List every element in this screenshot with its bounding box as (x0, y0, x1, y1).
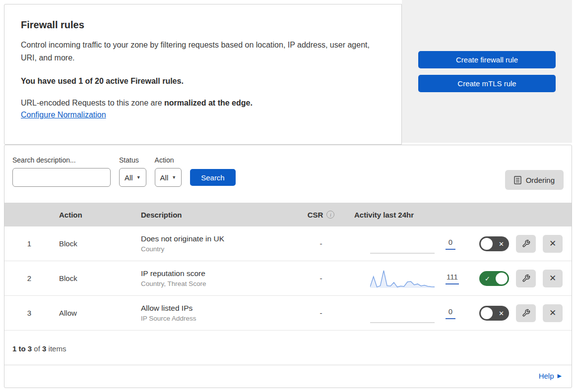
wrench-icon (522, 239, 530, 248)
rules-card: Search description... Status All ▼ Actio… (4, 145, 572, 388)
rule-description-cell: Allow listed IPs IP Source Address (141, 304, 294, 322)
rule-fields: Country (141, 245, 294, 253)
edit-rule-button[interactable] (516, 304, 536, 322)
status-filter-group: Status All ▼ (119, 156, 146, 187)
pagination-items: items (46, 344, 66, 353)
rule-enable-toggle[interactable]: ✓ ✕ (479, 236, 509, 251)
help-link[interactable]: Help ▶ (539, 372, 562, 380)
chevron-down-icon: ▼ (136, 175, 141, 180)
wrench-icon (522, 309, 530, 317)
action-select[interactable]: All ▼ (155, 168, 182, 187)
rule-description: IP reputation score (141, 269, 294, 278)
rule-controls: ✓ ✕ ✕ (477, 270, 572, 287)
search-group: Search description... (12, 156, 111, 187)
edit-rule-button[interactable] (516, 235, 536, 253)
table-row: 2 Block IP reputation score Country, Thr… (4, 261, 572, 296)
status-selected-value: All (125, 173, 133, 182)
arrow-right-icon: ▶ (558, 373, 562, 379)
intro-card: Firewall rules Control incoming traffic … (4, 4, 402, 145)
search-box (12, 168, 111, 187)
help-label: Help (539, 372, 554, 380)
ordering-button-label: Ordering (526, 176, 555, 184)
create-mtls-rule-button[interactable]: Create mTLS rule (418, 75, 556, 92)
rule-action: Block (54, 274, 141, 282)
status-label: Status (119, 156, 146, 164)
rule-description-cell: IP reputation score Country, Threat Scor… (141, 269, 294, 287)
ordering-button[interactable]: Ordering (505, 170, 564, 190)
rule-controls: ✓ ✕ ✕ (477, 235, 572, 253)
filter-bar: Search description... Status All ▼ Actio… (4, 145, 572, 203)
delete-rule-button[interactable]: ✕ (543, 304, 563, 322)
action-filter-group: Action All ▼ (155, 156, 182, 187)
rule-fields: Country, Threat Score (141, 280, 294, 287)
header-csr: CSR i (294, 211, 348, 219)
rule-controls: ✓ ✕ ✕ (477, 304, 572, 322)
activity-count-link[interactable]: 0 (446, 238, 455, 250)
rule-csr: - (294, 309, 348, 317)
action-selected-value: All (160, 173, 169, 182)
delete-rule-button[interactable]: ✕ (543, 235, 563, 253)
cross-icon: ✕ (499, 309, 504, 317)
activity-sparkline (370, 302, 435, 324)
create-firewall-rule-button[interactable]: Create firewall rule (418, 51, 556, 68)
edit-rule-button[interactable] (516, 270, 536, 287)
header-description: Description (141, 211, 294, 219)
header-action: Action (54, 211, 141, 219)
search-label: Search description... (12, 156, 111, 164)
search-button[interactable]: Search (190, 169, 236, 186)
close-icon: ✕ (549, 273, 556, 283)
activity-count-link[interactable]: 111 (446, 273, 459, 284)
normalization-note: URL-encoded Requests to this zone are no… (21, 99, 385, 108)
page-description: Control incoming traffic to your zone by… (21, 39, 378, 64)
close-icon: ✕ (549, 238, 556, 249)
activity-sparkline (370, 268, 435, 289)
help-row: Help ▶ (4, 365, 572, 387)
rule-csr: - (294, 274, 348, 282)
firewall-rules-page: Firewall rules Control incoming traffic … (0, 0, 576, 392)
rule-activity-cell: 0 (348, 302, 477, 324)
table-row: 1 Block Does not originate in UK Country… (4, 226, 572, 261)
check-icon: ✓ (485, 275, 490, 282)
wrench-icon (522, 274, 530, 282)
toggle-knob (481, 238, 493, 250)
toggle-knob (496, 273, 508, 284)
configure-normalization-link[interactable]: Configure Normalization (21, 111, 106, 119)
status-select[interactable]: All ▼ (119, 168, 146, 187)
table-row: 3 Allow Allow listed IPs IP Source Addre… (4, 296, 572, 331)
rule-action: Block (54, 239, 141, 248)
activity-sparkline (370, 233, 435, 255)
table-header: Action Description CSR i Activity last 2… (4, 203, 572, 226)
info-icon[interactable]: i (326, 211, 334, 219)
rule-description-cell: Does not originate in UK Country (141, 234, 294, 253)
normalization-bold: normalized at the edge. (164, 99, 253, 107)
rule-enable-toggle[interactable]: ✓ ✕ (479, 271, 509, 286)
header-csr-label: CSR (308, 211, 323, 219)
rule-priority: 1 (4, 239, 54, 248)
normalization-text: URL-encoded Requests to this zone are (21, 99, 164, 107)
action-label: Action (155, 156, 182, 164)
rule-priority: 2 (4, 274, 54, 282)
rule-description: Allow listed IPs (141, 304, 294, 313)
cross-icon: ✕ (499, 240, 504, 247)
usage-summary: You have used 1 of 20 active Firewall ru… (21, 77, 385, 86)
activity-count-link[interactable]: 0 (446, 307, 455, 319)
search-input[interactable] (22, 173, 121, 182)
rule-activity-cell: 0 (348, 233, 477, 255)
chevron-down-icon: ▼ (172, 175, 176, 180)
pagination-of: of (32, 344, 42, 353)
close-icon: ✕ (549, 308, 556, 318)
cta-panel: Create firewall rule Create mTLS rule (402, 0, 572, 143)
ordering-list-icon (514, 176, 521, 184)
rule-fields: IP Source Address (141, 315, 294, 322)
header-activity: Activity last 24hr (348, 211, 477, 219)
rule-action: Allow (54, 309, 141, 317)
pagination-summary: 1 to 3 of 3 items (4, 331, 572, 365)
rule-enable-toggle[interactable]: ✓ ✕ (479, 306, 509, 321)
rule-activity-cell: 111 (348, 268, 477, 289)
toggle-knob (481, 307, 493, 319)
rule-description: Does not originate in UK (141, 234, 294, 243)
delete-rule-button[interactable]: ✕ (543, 270, 563, 287)
rule-csr: - (294, 239, 348, 248)
rule-priority: 3 (4, 309, 54, 317)
page-title: Firewall rules (21, 19, 385, 31)
